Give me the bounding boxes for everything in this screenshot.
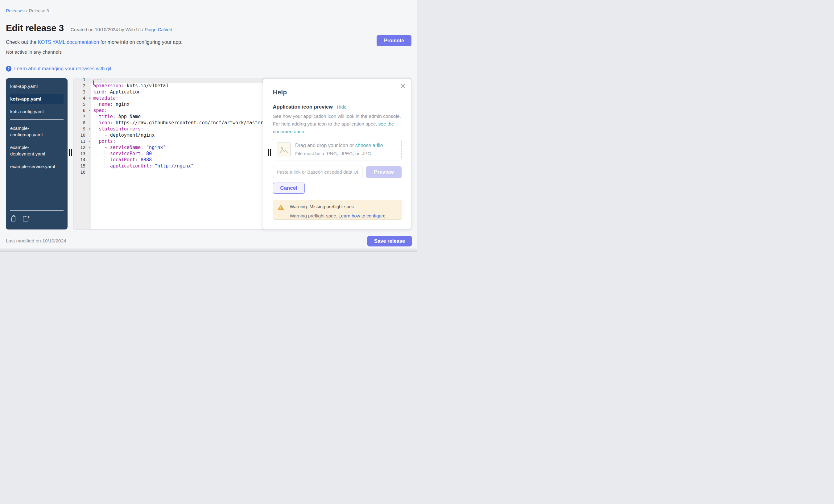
kots-yaml-docs-link[interactable]: KOTS YAML documentation	[38, 40, 99, 45]
author-link[interactable]: Paige Calvert	[145, 27, 172, 32]
dropzone-text-prefix: Drag and drop your icon or	[295, 143, 355, 148]
fold-arrow-icon[interactable]: ▾	[89, 138, 90, 144]
sidebar-resize-handle[interactable]	[69, 149, 72, 156]
page-title: Edit release 3	[6, 23, 64, 33]
choose-file-link[interactable]: choose a file	[355, 143, 383, 148]
preview-button[interactable]: Preview	[366, 166, 401, 178]
sidebar-file-k8s-app.yaml[interactable]: k8s-app.yaml	[10, 82, 64, 91]
warning-text: Warning preflight-spec.	[290, 213, 339, 218]
help-title: Help	[273, 89, 287, 96]
line-number: 11	[73, 138, 92, 144]
breadcrumb-current: Release 3	[29, 8, 49, 13]
bottom-fade	[0, 248, 417, 252]
line-number: 16	[73, 169, 92, 175]
sidebar-file-example-configmap.yaml[interactable]: example-configmap.yaml	[10, 124, 64, 139]
created-text: Created on 10/10/2024 by Web UI /	[71, 27, 145, 32]
file-list: k8s-app.yamlkots-app.yamlkots-config.yam…	[6, 82, 68, 171]
icon-dropzone[interactable]: Drag and drop your icon or choose a file…	[273, 139, 401, 160]
line-number: 12	[73, 144, 92, 151]
docs-suffix: for more info on configuring your app.	[99, 40, 182, 45]
line-number: 7	[73, 113, 92, 120]
line-number: 14	[73, 157, 92, 163]
docs-info: Check out the KOTS YAML documentation fo…	[6, 40, 182, 45]
cancel-button[interactable]: Cancel	[273, 182, 305, 194]
close-icon[interactable]	[399, 83, 406, 89]
file-group-divider	[10, 119, 64, 120]
line-number: 10	[73, 132, 92, 138]
line-number: 1	[73, 78, 92, 83]
dropzone-text: Drag and drop your icon or choose a file	[295, 143, 383, 148]
save-release-button[interactable]: Save release	[367, 236, 412, 246]
created-info: Created on 10/10/2024 by Web UI / Paige …	[71, 27, 172, 32]
fold-arrow-icon[interactable]: ▾	[89, 126, 90, 132]
sidebar-file-kots-config.yaml[interactable]: kots-config.yaml	[10, 107, 64, 116]
workspace: k8s-app.yamlkots-app.yamlkots-config.yam…	[6, 78, 412, 230]
sidebar-file-example-deployment.yaml[interactable]: example-deployment.yaml	[10, 143, 64, 158]
image-placeholder-icon	[277, 143, 290, 156]
line-number: 2	[73, 83, 92, 89]
channel-status: Not active in any channels	[6, 49, 62, 55]
last-modified: Last modified on 10/10/2024	[6, 238, 66, 244]
breadcrumb-releases-link[interactable]: Releases	[6, 8, 24, 13]
git-help-link[interactable]: Learn about managing your releases with …	[14, 66, 111, 71]
line-number: 9	[73, 126, 92, 132]
sidebar-file-kots-app.yaml[interactable]: kots-app.yaml	[10, 94, 64, 104]
description-period: .	[304, 129, 305, 134]
help-panel: Help Application icon preview Hide See h…	[263, 79, 411, 229]
fold-arrow-icon[interactable]: ▾	[89, 95, 90, 101]
warning-icon	[278, 204, 284, 211]
text-cursor	[93, 81, 94, 85]
line-number: 3	[73, 89, 92, 95]
file-sidebar: k8s-app.yamlkots-app.yamlkots-config.yam…	[6, 78, 68, 229]
new-folder-icon[interactable]	[22, 215, 29, 222]
line-number: 5	[73, 101, 92, 107]
promote-button[interactable]: Promote	[377, 35, 412, 46]
release-editor-page: Releases/Release 3 Edit release 3 Create…	[0, 0, 417, 252]
warning-title: Warning: Missing preflight spec	[290, 204, 354, 209]
icon-preview-title: Application icon preview	[273, 104, 333, 110]
preflight-warning-box: Warning: Missing preflight spec Warning …	[273, 200, 402, 220]
line-number: 15	[73, 163, 92, 169]
sidebar-footer	[6, 210, 68, 229]
question-icon: ?	[6, 66, 12, 71]
dropzone-hint: File must be a .PNG, .JPEG, or .JPG	[295, 151, 371, 156]
breadcrumb-separator: /	[26, 8, 27, 13]
icon-url-input[interactable]	[273, 166, 363, 178]
fold-arrow-icon[interactable]: ▾	[89, 144, 90, 151]
sidebar-footer-divider	[10, 210, 64, 211]
line-number: 8	[73, 120, 92, 126]
indent-guide	[105, 151, 105, 168]
git-help-row[interactable]: ? Learn about managing your releases wit…	[6, 66, 111, 71]
fold-arrow-icon[interactable]: ▾	[89, 107, 90, 113]
line-number: 6	[73, 107, 92, 113]
line-number: 4	[73, 95, 92, 101]
breadcrumb: Releases/Release 3	[6, 8, 49, 13]
docs-prefix: Check out the	[6, 40, 38, 45]
learn-configure-link[interactable]: Learn how to configure	[338, 213, 386, 218]
warning-detail: Warning preflight-spec. Learn how to con…	[290, 213, 386, 218]
sidebar-file-example-service.yaml[interactable]: example-service.yaml	[10, 162, 64, 171]
line-number: 13	[73, 151, 92, 157]
icon-preview-description: See how your application icon will look …	[273, 112, 403, 135]
hide-link[interactable]: Hide	[337, 104, 347, 110]
help-resize-handle[interactable]	[268, 149, 271, 156]
new-file-icon[interactable]	[10, 215, 17, 222]
